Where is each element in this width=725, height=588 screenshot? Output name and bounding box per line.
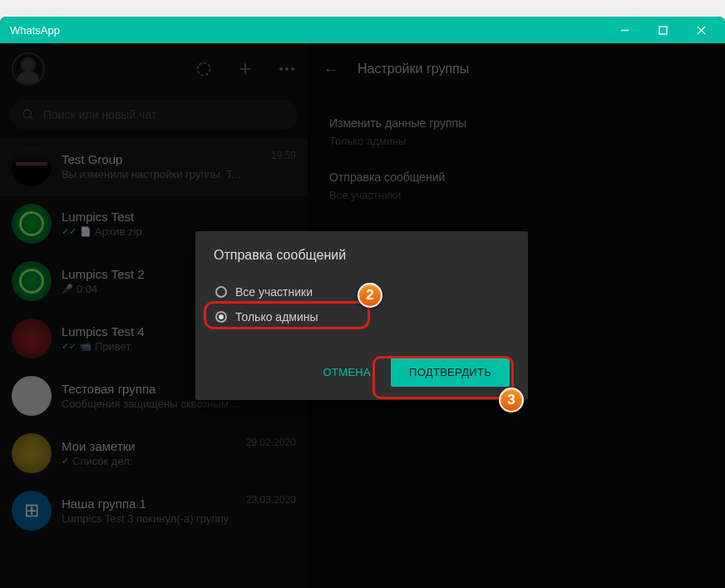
minimize-button[interactable]: [605, 17, 644, 43]
annotation-step-badge: 3: [499, 388, 524, 413]
confirm-button[interactable]: ПОДТВЕРДИТЬ: [391, 358, 510, 387]
maximize-button[interactable]: [644, 17, 682, 43]
radio-icon: [215, 311, 227, 323]
annotation-step-badge: 2: [358, 283, 382, 308]
window-controls: [605, 17, 720, 43]
app-window: WhatsApp Поиск или новый чат: [0, 17, 725, 588]
radio-only-admins[interactable]: Только админы: [214, 304, 510, 329]
cancel-button[interactable]: ОТМЕНА: [312, 358, 382, 387]
window-title: WhatsApp: [10, 24, 605, 37]
radio-label: Все участники: [235, 285, 313, 299]
send-messages-dialog: Отправка сообщений Все участники Только …: [195, 231, 528, 400]
radio-label: Только админы: [235, 310, 318, 324]
titlebar: WhatsApp: [0, 17, 725, 43]
svg-rect-1: [659, 27, 667, 34]
dialog-title: Отправка сообщений: [214, 248, 510, 263]
radio-icon: [215, 286, 227, 298]
close-button[interactable]: [682, 17, 720, 43]
